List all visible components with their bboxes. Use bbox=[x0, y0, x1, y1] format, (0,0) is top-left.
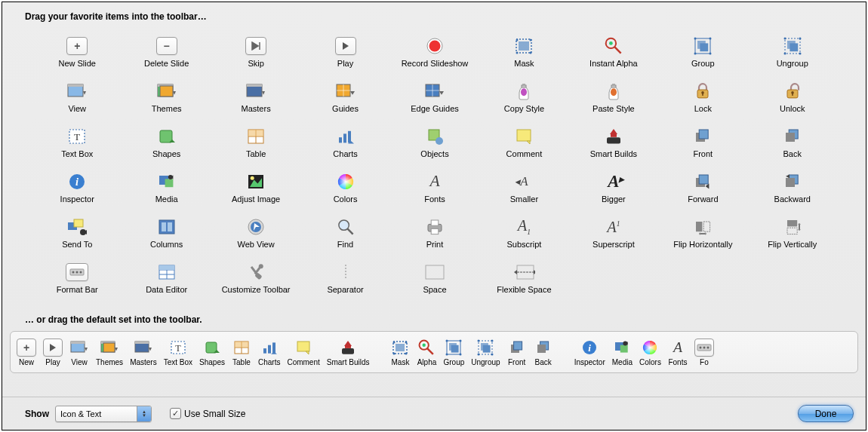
default-toolbar-item[interactable]: Mask bbox=[390, 339, 410, 366]
show-select[interactable]: Icon & Text ▲▼ bbox=[55, 406, 152, 422]
toolbar-item[interactable]: Format Bar bbox=[32, 262, 122, 294]
toolbar-item[interactable]: Smart Builds bbox=[569, 127, 658, 158]
default-toolbar-item[interactable]: Smart Builds bbox=[327, 339, 370, 366]
subscript-icon: A1 bbox=[512, 217, 535, 237]
toolbar-item[interactable]: Table bbox=[211, 127, 300, 158]
toolbar-item[interactable]: Forward bbox=[658, 172, 747, 204]
default-toolbar-item[interactable]: Fo bbox=[694, 339, 714, 366]
toolbar-item[interactable]: Objects bbox=[390, 127, 479, 158]
default-toolbar-set[interactable]: +NewPlayViewThemesMastersTText BoxShapes… bbox=[10, 331, 858, 373]
checkbox-icon: ✓ bbox=[170, 408, 181, 419]
toolbar-item[interactable]: −Delete Slide bbox=[122, 36, 211, 68]
toolbar-item[interactable]: Separator bbox=[300, 262, 389, 294]
toolbar-item[interactable]: AFonts bbox=[390, 172, 479, 204]
done-button[interactable]: Done bbox=[798, 405, 854, 422]
toolbar-item[interactable]: Edge Guides bbox=[390, 81, 479, 113]
toolbar-item[interactable]: Colors bbox=[300, 172, 389, 204]
toolbar-item[interactable]: Ungroup bbox=[748, 36, 837, 68]
toolbar-item[interactable]: Masters bbox=[211, 81, 300, 113]
heading-text: Drag your favorite items into the toolba… bbox=[25, 11, 207, 22]
toolbar-item[interactable]: Skip bbox=[211, 36, 300, 68]
toolbar-item[interactable]: Instant Alpha bbox=[569, 36, 658, 68]
toolbar-item[interactable]: Send To bbox=[32, 217, 122, 249]
svg-rect-95 bbox=[696, 222, 702, 231]
default-toolbar-item[interactable]: TText Box bbox=[164, 339, 192, 366]
toolbar-item[interactable]: Unlock bbox=[748, 81, 837, 113]
toolbar-item[interactable]: Flip Vertically bbox=[748, 217, 837, 249]
toolbar-item[interactable]: Media bbox=[122, 172, 211, 204]
default-toolbar-item[interactable]: Group bbox=[443, 339, 464, 366]
default-toolbar-item[interactable]: Masters bbox=[130, 339, 157, 366]
toolbar-item-label: Objects bbox=[420, 149, 448, 158]
toolbar-item[interactable]: Guides bbox=[300, 81, 389, 113]
svg-rect-134 bbox=[342, 348, 354, 354]
default-toolbar-item[interactable]: Shapes bbox=[199, 339, 225, 366]
toolbar-item[interactable]: Backward bbox=[748, 172, 837, 204]
svg-point-90 bbox=[338, 220, 348, 230]
default-toolbar-item[interactable]: Ungroup bbox=[471, 339, 500, 366]
default-toolbar-item[interactable]: Themes bbox=[96, 339, 123, 366]
toolbar-item-label: Columns bbox=[150, 240, 183, 249]
toolbar-item[interactable]: Adjust Image bbox=[211, 172, 300, 204]
toolbar-item[interactable]: Comment bbox=[479, 127, 568, 158]
toolbar-item[interactable]: Space bbox=[390, 262, 479, 294]
toolbar-item[interactable]: Record Slideshow bbox=[390, 36, 479, 68]
svg-point-101 bbox=[76, 271, 78, 274]
default-toolbar-item[interactable]: Play bbox=[43, 339, 63, 366]
toolbar-item[interactable]: Flexible Space bbox=[479, 262, 568, 294]
toolbar-item[interactable]: Charts bbox=[300, 127, 389, 158]
toolbar-item[interactable]: Lock bbox=[658, 81, 747, 113]
toolbar-item[interactable]: Web View bbox=[211, 217, 300, 249]
toolbar-item[interactable]: Data Editor bbox=[122, 262, 211, 294]
default-toolbar-item[interactable]: Back bbox=[534, 339, 553, 366]
svg-rect-42 bbox=[612, 84, 615, 85]
toolbar-item[interactable]: ◀ASmaller bbox=[479, 172, 568, 204]
default-toolbar-item[interactable]: Charts bbox=[258, 339, 280, 366]
toolbar-item-label: Send To bbox=[62, 240, 92, 249]
toolbar-item-label: Shapes bbox=[152, 149, 180, 158]
toolbar-item[interactable]: A▶Bigger bbox=[569, 172, 658, 204]
default-toolbar-item[interactable]: Alpha bbox=[417, 339, 436, 366]
default-toolbar-item[interactable]: iInspector bbox=[574, 339, 605, 366]
svg-point-172 bbox=[703, 346, 705, 348]
toolbar-item[interactable]: A1Subscript bbox=[479, 217, 568, 249]
toolbar-item[interactable]: Back bbox=[748, 127, 837, 158]
use-small-size-check[interactable]: ✓ Use Small Size bbox=[170, 408, 245, 419]
toolbar-item[interactable]: Paste Style bbox=[569, 81, 658, 113]
toolbar-item[interactable]: Shapes bbox=[122, 127, 211, 158]
toolbar-item[interactable]: Front bbox=[658, 127, 747, 158]
toolbar-item[interactable]: +New Slide bbox=[32, 36, 122, 68]
toolbar-item[interactable]: Group bbox=[658, 36, 747, 68]
default-toolbar-item[interactable]: AFonts bbox=[668, 339, 688, 366]
svg-rect-46 bbox=[703, 93, 704, 96]
record-icon bbox=[423, 36, 446, 56]
toolbar-item[interactable]: iInspector bbox=[32, 172, 122, 204]
back-icon bbox=[534, 339, 553, 357]
toolbar-item[interactable]: Copy Style bbox=[479, 81, 568, 113]
toolbar-item[interactable]: Themes bbox=[122, 81, 211, 113]
charts-icon bbox=[260, 339, 279, 357]
toolbar-item[interactable]: Flip Horizontally bbox=[658, 217, 747, 249]
send-to-icon bbox=[66, 217, 88, 237]
toolbar-item[interactable]: Print bbox=[390, 217, 479, 249]
toolbar-item[interactable]: Columns bbox=[122, 217, 211, 249]
toolbar-item[interactable]: Play bbox=[300, 36, 389, 68]
toolbar-item[interactable]: A1Superscript bbox=[569, 217, 658, 249]
default-toolbar-item[interactable]: +New bbox=[17, 339, 36, 366]
toolbar-item[interactable]: View bbox=[32, 81, 122, 113]
default-toolbar-item[interactable]: Colors bbox=[639, 339, 661, 366]
toolbar-item[interactable]: TText Box bbox=[32, 127, 122, 158]
default-toolbar-item[interactable]: View bbox=[69, 339, 89, 366]
plus-icon: + bbox=[66, 36, 88, 56]
default-toolbar-item[interactable]: Media bbox=[612, 339, 633, 366]
default-toolbar-item[interactable]: Front bbox=[507, 339, 527, 366]
toolbar-item[interactable]: Find bbox=[300, 217, 389, 249]
default-toolbar-item[interactable]: Table bbox=[232, 339, 251, 366]
customize-icon bbox=[245, 262, 267, 282]
toolbar-item-label: Themes bbox=[152, 104, 182, 113]
toolbar-item[interactable]: Mask bbox=[479, 36, 568, 68]
back-icon bbox=[781, 127, 804, 146]
default-toolbar-item[interactable]: Comment bbox=[287, 339, 319, 366]
toolbar-item[interactable]: Customize Toolbar bbox=[211, 262, 300, 294]
svg-point-144 bbox=[423, 343, 426, 346]
